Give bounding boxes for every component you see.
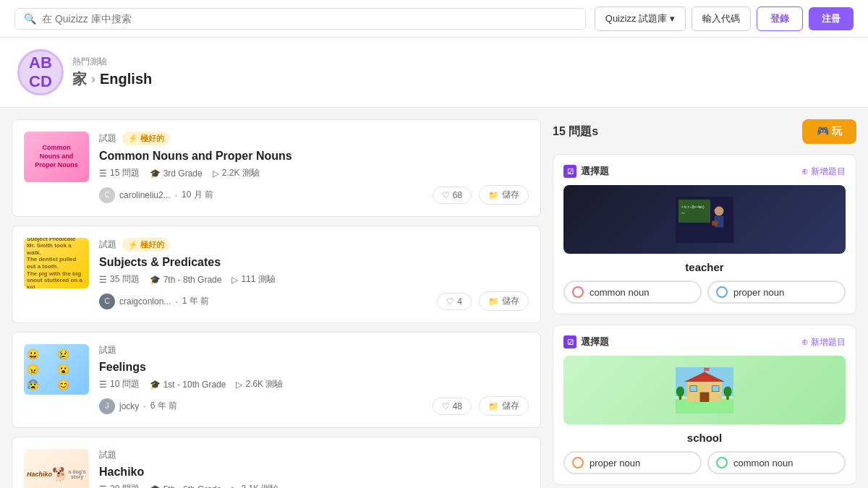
author-avatar-feelings: J <box>99 398 115 414</box>
question-count-feelings: ☰ 10 問題 <box>99 378 140 390</box>
save-button-feelings[interactable]: 📁 儲存 <box>479 396 529 416</box>
like-button-nouns[interactable]: ♡ 68 <box>433 187 472 204</box>
quiz-info-predicates: 試題 ⚡ 極好的 Subjects & Predicates ☰ 35 問題 🎓… <box>99 238 529 311</box>
quiz-footer-nouns: C carolineliu2... · 10 月 前 ♡ 68 📁 儲存 <box>99 185 529 205</box>
plays-hachiko: ▷ 2.1K 測驗 <box>231 483 278 488</box>
breadcrumb-current: English <box>100 71 152 87</box>
quiz-author-nouns: C carolineliu2... · 10 月 前 <box>99 187 213 203</box>
search-bar[interactable]: 🔍 <box>14 8 586 30</box>
question-image-1: = b ± √(b²-4ac) 2a <box>563 185 846 254</box>
quiz-actions-nouns: ♡ 68 📁 儲存 <box>433 185 529 205</box>
enter-code-button[interactable]: 輸入代碼 <box>692 7 751 31</box>
quiz-tags-predicates: 試題 ⚡ 極好的 <box>99 238 529 252</box>
right-header: 15 問題s 🎮 玩 <box>553 119 856 144</box>
quiz-author-feelings: J jocky · 6 年 前 <box>99 398 177 414</box>
author-avatar-predicates: C <box>99 294 115 309</box>
quiz-title-feelings[interactable]: Feelings <box>99 361 529 374</box>
library-button[interactable]: Quizizz 試題庫 ▾ <box>595 7 686 31</box>
quiz-title-predicates[interactable]: Subjects & Predicates <box>99 256 529 269</box>
main-content: CommonNouns andProper Nouns 試題 ⚡ 極好的 Com… <box>0 108 868 488</box>
tag-hot-nouns: ⚡ 極好的 <box>122 132 170 145</box>
breadcrumb-area: ABCD 熱門測驗 家 › English <box>0 38 868 108</box>
quiz-info-feelings: 試題 Feelings ☰ 10 問題 🎓 1st - 10th Grade ▷… <box>99 344 529 416</box>
header-right: Quizizz 試題庫 ▾ 輸入代碼 登錄 注冊 <box>595 7 854 31</box>
like-button-feelings[interactable]: ♡ 48 <box>433 398 472 415</box>
question-text-2: school <box>563 432 846 444</box>
quiz-actions-feelings: ♡ 48 📁 儲存 <box>433 396 529 416</box>
question-card-2: ☑ 選擇題 ⊕ 新增題目 <box>553 325 856 485</box>
type-icon-1: ☑ <box>563 165 576 178</box>
save-button-nouns[interactable]: 📁 儲存 <box>479 185 529 205</box>
quiz-meta-feelings: ☰ 10 問題 🎓 1st - 10th Grade ▷ 2.6K 測驗 <box>99 378 529 390</box>
search-icon: 🔍 <box>24 13 36 25</box>
quiz-info-hachiko: 試題 Hachiko ☰ 20 問題 🎓 5th - 6th Grade ▷ 2… <box>99 449 529 488</box>
quiz-actions-predicates: ♡ 4 📁 儲存 <box>437 291 529 311</box>
like-button-predicates[interactable]: ♡ 4 <box>437 293 472 310</box>
login-button[interactable]: 登錄 <box>757 7 803 31</box>
question-type-2: ☑ 選擇題 <box>563 335 609 348</box>
quiz-thumbnail-predicates: Subject PredicateMr. Smith took a walk.T… <box>24 238 89 288</box>
plays-predicates: ▷ 111 測驗 <box>231 273 275 286</box>
hot-label: 熱門測驗 <box>72 56 152 68</box>
question-header-1: ☑ 選擇題 ⊕ 新增題目 <box>563 165 846 178</box>
question-options-1: common noun proper noun <box>563 281 846 304</box>
quiz-meta-predicates: ☰ 35 問題 🎓 7th - 8th Grade ▷ 111 測驗 <box>99 273 529 286</box>
option-dot-2a <box>572 457 584 468</box>
breadcrumb-separator: › <box>91 72 95 87</box>
svg-rect-16 <box>705 367 709 370</box>
grade-hachiko: 🎓 5th - 6th Grade <box>150 484 222 489</box>
plays-feelings: ▷ 2.6K 測驗 <box>236 378 283 390</box>
problem-count: 15 問題s <box>553 124 598 140</box>
option-dot-1a <box>572 286 584 298</box>
quiz-footer-feelings: J jocky · 6 年 前 ♡ 48 📁 儲存 <box>99 396 529 416</box>
quiz-footer-predicates: C craigconlon... · 1 年 前 ♡ 4 📁 儲存 <box>99 291 529 311</box>
quiz-card-predicates: Subject PredicateMr. Smith took a walk.T… <box>12 226 541 323</box>
quiz-card-hachiko: Hachiko 🐕 a dog's story 試題 Hachiko ☰ 20 … <box>12 437 541 488</box>
tag-quiz-pred: 試題 <box>99 239 116 251</box>
option-2a[interactable]: proper noun <box>563 451 702 474</box>
quiz-meta-hachiko: ☰ 20 問題 🎓 5th - 6th Grade ▷ 2.1K 測驗 <box>99 483 529 488</box>
grade-feelings: 🎓 1st - 10th Grade <box>150 380 226 390</box>
question-count-hachiko: ☰ 20 問題 <box>99 483 140 488</box>
option-1a[interactable]: common noun <box>563 281 702 304</box>
svg-text:= b ± √(b²-4ac): = b ± √(b²-4ac) <box>681 205 705 209</box>
svg-text:2a: 2a <box>681 211 685 215</box>
svg-point-20 <box>723 386 731 396</box>
header: 🔍 Quizizz 試題庫 ▾ 輸入代碼 登錄 注冊 <box>0 0 868 38</box>
type-icon-2: ☑ <box>563 335 576 348</box>
question-header-2: ☑ 選擇題 ⊕ 新增題目 <box>563 335 846 348</box>
quiz-thumbnail-hachiko: Hachiko 🐕 a dog's story <box>24 449 89 488</box>
option-2b[interactable]: common noun <box>707 451 846 474</box>
search-input[interactable] <box>42 13 576 25</box>
save-button-predicates[interactable]: 📁 儲存 <box>479 291 529 311</box>
quiz-thumbnail-feelings: 😀😢 😠😮 😰😊 <box>24 344 89 395</box>
question-card-1: ☑ 選擇題 ⊕ 新增題目 = b ± √(b²-4ac) 2a <box>553 154 856 314</box>
quiz-title-nouns[interactable]: Common Nouns and Proper Nouns <box>99 150 529 163</box>
author-avatar-nouns: C <box>99 187 115 203</box>
svg-point-18 <box>676 386 684 396</box>
option-1b[interactable]: proper noun <box>707 281 846 304</box>
add-topic-button-2[interactable]: ⊕ 新增題目 <box>801 336 846 348</box>
add-topic-button-1[interactable]: ⊕ 新增題目 <box>801 166 846 178</box>
play-button[interactable]: 🎮 玩 <box>802 119 856 144</box>
chevron-down-icon: ▾ <box>670 13 675 24</box>
quiz-list: CommonNouns andProper Nouns 試題 ⚡ 極好的 Com… <box>12 119 541 488</box>
question-text-1: teacher <box>563 261 846 273</box>
logo: ABCD <box>17 49 64 95</box>
quiz-info-nouns: 試題 ⚡ 極好的 Common Nouns and Proper Nouns ☰… <box>99 132 529 205</box>
quiz-tags-nouns: 試題 ⚡ 極好的 <box>99 132 529 145</box>
breadcrumb: 家 › English <box>72 69 152 89</box>
question-options-2: proper noun common noun <box>563 451 846 474</box>
quiz-thumbnail-nouns: CommonNouns andProper Nouns <box>24 132 89 182</box>
tag-hot-predicates: ⚡ 極好的 <box>122 238 170 252</box>
breadcrumb-home[interactable]: 家 <box>72 69 87 89</box>
option-dot-2b <box>716 457 728 468</box>
quiz-title-hachiko[interactable]: Hachiko <box>99 466 529 479</box>
tag-quiz-feel: 試題 <box>99 344 116 356</box>
quiz-meta-nouns: ☰ 15 問題 🎓 3rd Grade ▷ 2.2K 測驗 <box>99 167 529 179</box>
question-image-2 <box>563 356 846 424</box>
plays-nouns: ▷ 2.2K 測驗 <box>213 167 260 179</box>
svg-rect-13 <box>690 385 697 391</box>
quiz-tags-feelings: 試題 <box>99 344 529 356</box>
register-button[interactable]: 注冊 <box>809 7 854 30</box>
